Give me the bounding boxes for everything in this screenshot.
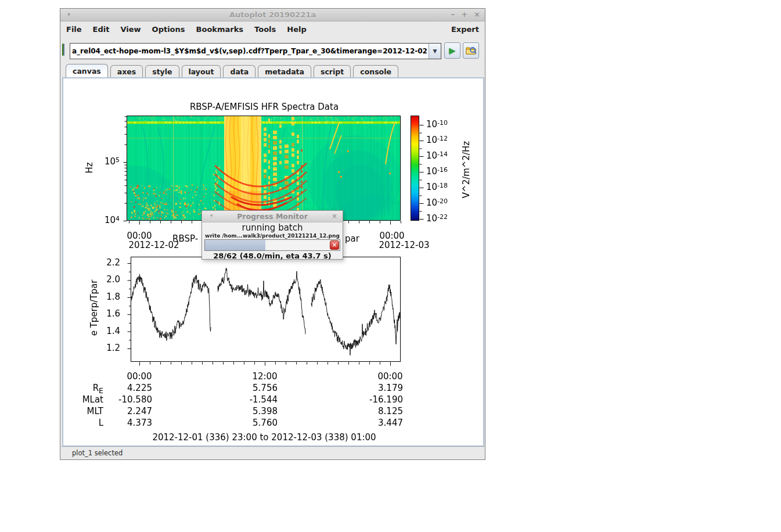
timerange-footer: 2012-12-01 (336) 23:00 to 2012-12-03 (33… [152,432,376,443]
progress-dialog-titlebar[interactable]: ▾ Progress Monitor × [202,211,343,222]
colorbar-tick-10e-20: 10-20 [426,197,448,209]
inspect-uri-button[interactable] [463,42,479,59]
ephemeris-MLT-col2: 8.125 [339,406,403,417]
progress-monitor-dialog[interactable]: ▾ Progress Monitor × running batch write… [201,210,343,260]
ephemeris-MLat-col1: -1.544 [214,394,278,405]
folder-magnifier-icon [466,46,477,55]
minimize-button[interactable]: – [451,10,455,19]
ephemeris-MLT-col0: 2.247 [88,406,152,417]
plot2-ytick-1.8: 1.8 [84,292,120,303]
ephemeris-MLat-col0: -10.580 [88,394,152,405]
menu-tools[interactable]: Tools [254,25,276,34]
tab-script[interactable]: script [314,65,351,78]
plot1-xtick-right-date: 2012-12-03 [379,240,429,251]
stop-button[interactable]: × [330,240,339,250]
tab-console[interactable]: console [353,65,398,78]
colorbar-tick-10e-18: 10-18 [426,182,448,193]
colorbar-tick-10e-12: 10-12 [426,135,448,146]
colorbar-tick-10e-16: 10-16 [426,166,448,177]
datasource-type-icon [63,44,64,56]
plot2-xtick-1: 12:00 [252,371,277,382]
menu-bookmarks[interactable]: Bookmarks [196,25,244,34]
menu-edit[interactable]: Edit [93,25,110,34]
progress-status-label: 28/62 (48.0/min, eta 43.7 s) [202,251,343,260]
colorbar-tick-10e-22: 10-22 [426,213,448,224]
colorbar-tick-10e-10: 10-10 [426,119,448,130]
progress-task-label: running batch [202,223,343,233]
dialog-close-icon[interactable]: × [332,212,337,220]
progress-bar-fill [205,240,265,250]
tab-style[interactable]: style [145,65,179,78]
status-bar: plot_1 selected [60,447,485,459]
tab-axes[interactable]: axes [110,65,143,78]
plot1-xtick-left-date: 2012-12-02 [128,240,179,251]
window-titlebar[interactable]: ▾ Autoplot 20190221a – + × [60,9,485,21]
plot2-xtick-2: 00:00 [377,371,402,382]
address-row: ▼ ▶ [60,37,485,63]
tab-layout[interactable]: layout [182,65,221,78]
uri-input[interactable] [70,44,429,59]
plot2-xtick-0: 00:00 [127,371,152,382]
window-title: Autoplot 20190221a [60,10,485,19]
ephemeris-MLat-col2: -16.190 [339,394,403,405]
plot2-ytick-2.2: 2.2 [84,257,120,268]
menu-options[interactable]: Options [152,25,185,34]
plot-canvas-panel[interactable]: RBSP-A/EMFISIS HFR Spectra Data Hz 10510… [62,77,484,447]
ephemeris-R-col1: 5.756 [214,383,278,394]
ephemeris-MLT-col1: 5.398 [214,406,278,417]
play-icon: ▶ [449,46,456,55]
uri-dropdown-button[interactable]: ▼ [429,44,441,59]
uri-combo-box: ▼ [70,43,441,59]
menu-help[interactable]: Help [287,25,306,34]
tab-metadata[interactable]: metadata [258,65,311,78]
progress-detail-label: write /hom...walk3/product_20121214_12.p… [202,233,343,239]
plot2-title-fragment-right: par [345,233,359,245]
tab-data[interactable]: data [223,65,255,78]
window-shade-icon[interactable]: ▾ [67,11,70,17]
plot2-title-fragment-left: RBSP- [172,233,198,245]
plot2-ytick-1.2: 1.2 [84,343,120,354]
progress-dialog-title: Progress Monitor [202,212,343,221]
datasource-status-icons [62,44,68,55]
go-button[interactable]: ▶ [444,42,460,59]
maximize-button[interactable]: + [461,10,467,19]
ephemeris-L-col1: 5.760 [214,418,278,429]
plot2-ytick-1.6: 1.6 [84,308,120,319]
tab-canvas[interactable]: canvas [66,64,108,77]
menu-file[interactable]: File [66,25,82,34]
colorbar-tick-10e-14: 10-14 [426,150,448,161]
plot1-title: RBSP-A/EMFISIS HFR Spectra Data [190,102,339,113]
progress-bar: × [204,239,340,251]
menu-view[interactable]: View [120,25,141,34]
plot2-ytick-2: 2.0 [84,274,120,285]
dialog-shade-icon[interactable]: ▾ [210,213,213,218]
ephemeris-L-col2: 3.447 [339,418,403,429]
colorbar-axis-label: V^2/m^2/Hz [461,141,472,198]
plot1-ytick-10e4: 104 [84,215,120,226]
ephemeris-R-col2: 3.179 [339,383,403,394]
ephemeris-L-col0: 4.373 [88,418,152,429]
expert-mode-label[interactable]: Expert [451,25,479,34]
plot2-ytick-1.4: 1.4 [84,326,120,337]
plot1-ytick-10e5: 105 [84,156,120,167]
tab-bar: canvasaxesstylelayoutdatametadatascriptc… [60,63,485,77]
menu-bar: FileEditViewOptionsBookmarksToolsHelp Ex… [60,21,485,37]
status-text: plot_1 selected [72,449,123,457]
ephemeris-R-col0: 4.225 [88,383,152,394]
close-button[interactable]: × [474,10,480,19]
